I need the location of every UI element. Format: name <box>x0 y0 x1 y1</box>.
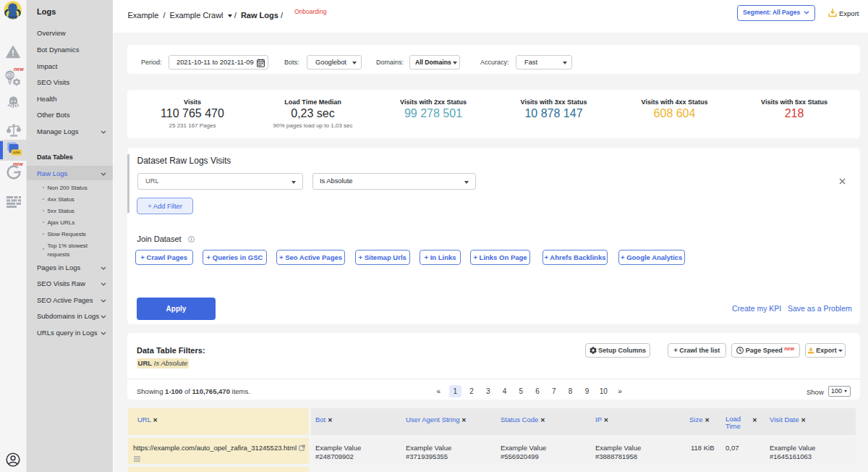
svg-text:LOG: LOG <box>13 151 20 154</box>
svg-text:SEO: SEO <box>7 73 14 77</box>
